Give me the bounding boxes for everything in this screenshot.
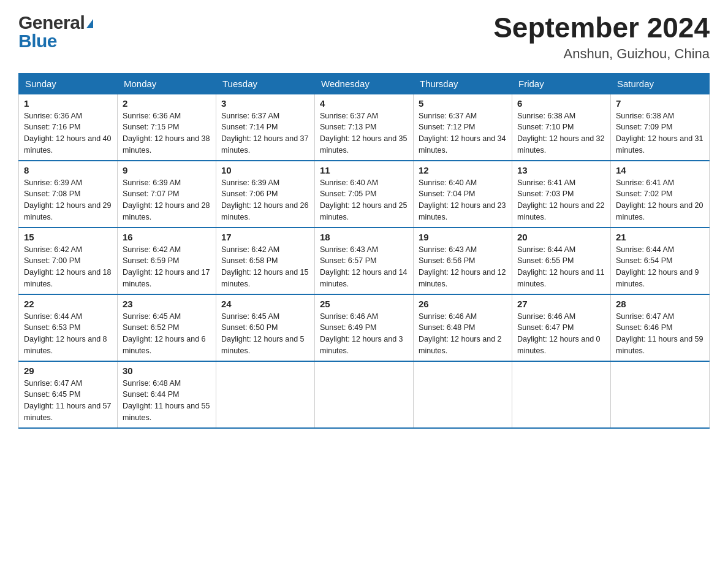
day-number: 24 (221, 299, 309, 309)
day-number: 14 (616, 165, 704, 175)
day-number: 1 (24, 98, 112, 109)
col-saturday: Saturday (611, 73, 710, 94)
day-cell: 22Sunrise: 6:44 AMSunset: 6:53 PMDayligh… (19, 294, 118, 361)
day-number: 16 (123, 232, 211, 242)
col-thursday: Thursday (414, 73, 512, 94)
day-detail: Sunrise: 6:44 AMSunset: 6:55 PMDaylight:… (517, 244, 605, 290)
logo-blue-text: Blue (18, 31, 93, 52)
col-monday: Monday (118, 73, 216, 94)
day-number: 13 (517, 165, 605, 175)
col-tuesday: Tuesday (216, 73, 315, 94)
page-subtitle: Anshun, Guizhou, China (493, 46, 710, 62)
day-detail: Sunrise: 6:41 AMSunset: 7:03 PMDaylight:… (517, 177, 605, 223)
day-number: 11 (320, 165, 408, 175)
day-number: 17 (221, 232, 309, 242)
day-number: 15 (24, 232, 112, 242)
day-number: 2 (123, 98, 211, 109)
col-friday: Friday (512, 73, 611, 94)
day-number: 5 (419, 98, 507, 109)
day-cell: 14Sunrise: 6:41 AMSunset: 7:02 PMDayligh… (611, 161, 710, 228)
day-number: 8 (24, 165, 112, 175)
day-number: 12 (419, 165, 507, 175)
logo-general-text: General (18, 12, 85, 33)
day-cell: 4Sunrise: 6:37 AMSunset: 7:13 PMDaylight… (315, 94, 414, 161)
day-detail: Sunrise: 6:39 AMSunset: 7:08 PMDaylight:… (24, 177, 112, 223)
day-cell: 15Sunrise: 6:42 AMSunset: 7:00 PMDayligh… (19, 228, 118, 294)
day-detail: Sunrise: 6:42 AMSunset: 6:58 PMDaylight:… (221, 244, 309, 290)
day-cell: 26Sunrise: 6:46 AMSunset: 6:48 PMDayligh… (414, 294, 512, 361)
day-cell: 9Sunrise: 6:39 AMSunset: 7:07 PMDaylight… (118, 161, 216, 228)
day-detail: Sunrise: 6:36 AMSunset: 7:15 PMDaylight:… (123, 110, 211, 156)
day-number: 21 (616, 232, 704, 242)
day-detail: Sunrise: 6:39 AMSunset: 7:06 PMDaylight:… (221, 177, 309, 223)
day-cell: 3Sunrise: 6:37 AMSunset: 7:14 PMDaylight… (216, 94, 315, 161)
day-cell: 27Sunrise: 6:46 AMSunset: 6:47 PMDayligh… (512, 294, 611, 361)
day-detail: Sunrise: 6:38 AMSunset: 7:10 PMDaylight:… (517, 110, 605, 156)
day-number: 23 (123, 299, 211, 309)
day-number: 30 (123, 366, 211, 376)
day-cell: 16Sunrise: 6:42 AMSunset: 6:59 PMDayligh… (118, 228, 216, 294)
day-cell: 1Sunrise: 6:36 AMSunset: 7:16 PMDaylight… (19, 94, 118, 161)
day-cell: 23Sunrise: 6:45 AMSunset: 6:52 PMDayligh… (118, 294, 216, 361)
day-detail: Sunrise: 6:43 AMSunset: 6:57 PMDaylight:… (320, 244, 408, 290)
day-number: 4 (320, 98, 408, 109)
day-number: 22 (24, 299, 112, 309)
day-detail: Sunrise: 6:46 AMSunset: 6:49 PMDaylight:… (320, 311, 408, 357)
day-number: 20 (517, 232, 605, 242)
week-row-3: 15Sunrise: 6:42 AMSunset: 7:00 PMDayligh… (19, 228, 710, 294)
day-detail: Sunrise: 6:44 AMSunset: 6:53 PMDaylight:… (24, 311, 112, 357)
day-cell: 2Sunrise: 6:36 AMSunset: 7:15 PMDaylight… (118, 94, 216, 161)
day-cell (512, 361, 611, 428)
day-cell: 19Sunrise: 6:43 AMSunset: 6:56 PMDayligh… (414, 228, 512, 294)
day-detail: Sunrise: 6:43 AMSunset: 6:56 PMDaylight:… (419, 244, 507, 290)
day-detail: Sunrise: 6:38 AMSunset: 7:09 PMDaylight:… (616, 110, 704, 156)
col-wednesday: Wednesday (315, 73, 414, 94)
calendar-header: Sunday Monday Tuesday Wednesday Thursday… (19, 73, 710, 94)
day-cell: 20Sunrise: 6:44 AMSunset: 6:55 PMDayligh… (512, 228, 611, 294)
day-cell: 10Sunrise: 6:39 AMSunset: 7:06 PMDayligh… (216, 161, 315, 228)
calendar-table: Sunday Monday Tuesday Wednesday Thursday… (18, 73, 710, 429)
day-detail: Sunrise: 6:37 AMSunset: 7:14 PMDaylight:… (221, 110, 309, 156)
day-cell: 13Sunrise: 6:41 AMSunset: 7:03 PMDayligh… (512, 161, 611, 228)
day-number: 9 (123, 165, 211, 175)
day-detail: Sunrise: 6:44 AMSunset: 6:54 PMDaylight:… (616, 244, 704, 290)
day-detail: Sunrise: 6:37 AMSunset: 7:12 PMDaylight:… (419, 110, 507, 156)
day-cell: 21Sunrise: 6:44 AMSunset: 6:54 PMDayligh… (611, 228, 710, 294)
day-detail: Sunrise: 6:47 AMSunset: 6:45 PMDaylight:… (24, 378, 112, 424)
day-detail: Sunrise: 6:46 AMSunset: 6:48 PMDaylight:… (419, 311, 507, 357)
day-detail: Sunrise: 6:42 AMSunset: 6:59 PMDaylight:… (123, 244, 211, 290)
week-row-1: 1Sunrise: 6:36 AMSunset: 7:16 PMDaylight… (19, 94, 710, 161)
day-detail: Sunrise: 6:40 AMSunset: 7:05 PMDaylight:… (320, 177, 408, 223)
day-cell: 28Sunrise: 6:47 AMSunset: 6:46 PMDayligh… (611, 294, 710, 361)
week-row-5: 29Sunrise: 6:47 AMSunset: 6:45 PMDayligh… (19, 361, 710, 428)
day-detail: Sunrise: 6:47 AMSunset: 6:46 PMDaylight:… (616, 311, 704, 357)
day-number: 26 (419, 299, 507, 309)
day-cell: 25Sunrise: 6:46 AMSunset: 6:49 PMDayligh… (315, 294, 414, 361)
header-row: Sunday Monday Tuesday Wednesday Thursday… (19, 73, 710, 94)
logo-triangle-icon (86, 19, 93, 28)
day-cell: 18Sunrise: 6:43 AMSunset: 6:57 PMDayligh… (315, 228, 414, 294)
day-cell: 5Sunrise: 6:37 AMSunset: 7:12 PMDaylight… (414, 94, 512, 161)
day-number: 10 (221, 165, 309, 175)
col-sunday: Sunday (19, 73, 118, 94)
title-area: September 2024 Anshun, Guizhou, China (493, 12, 710, 62)
day-detail: Sunrise: 6:36 AMSunset: 7:16 PMDaylight:… (24, 110, 112, 156)
day-number: 25 (320, 299, 408, 309)
day-cell: 12Sunrise: 6:40 AMSunset: 7:04 PMDayligh… (414, 161, 512, 228)
day-cell: 11Sunrise: 6:40 AMSunset: 7:05 PMDayligh… (315, 161, 414, 228)
page-title: September 2024 (493, 12, 710, 44)
week-row-4: 22Sunrise: 6:44 AMSunset: 6:53 PMDayligh… (19, 294, 710, 361)
day-detail: Sunrise: 6:45 AMSunset: 6:52 PMDaylight:… (123, 311, 211, 357)
day-cell (611, 361, 710, 428)
day-cell: 29Sunrise: 6:47 AMSunset: 6:45 PMDayligh… (19, 361, 118, 428)
day-cell (216, 361, 315, 428)
week-row-2: 8Sunrise: 6:39 AMSunset: 7:08 PMDaylight… (19, 161, 710, 228)
day-number: 29 (24, 366, 112, 376)
logo-line1: General (18, 12, 93, 33)
day-number: 18 (320, 232, 408, 242)
day-detail: Sunrise: 6:42 AMSunset: 7:00 PMDaylight:… (24, 244, 112, 290)
day-number: 19 (419, 232, 507, 242)
page-header: General Blue September 2024 Anshun, Guiz… (18, 12, 710, 62)
day-detail: Sunrise: 6:45 AMSunset: 6:50 PMDaylight:… (221, 311, 309, 357)
day-detail: Sunrise: 6:41 AMSunset: 7:02 PMDaylight:… (616, 177, 704, 223)
